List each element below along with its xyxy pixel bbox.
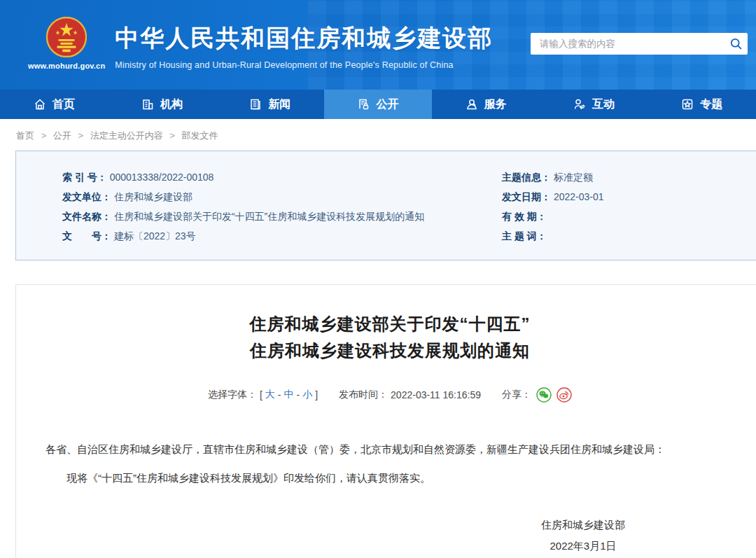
site-header: www.mohurd.gov.cn 中华人民共和国住房和城乡建设部 Minist… bbox=[0, 0, 756, 90]
font-size-small-button[interactable]: 小 bbox=[302, 389, 312, 401]
info-row-validity-period: 有 效 期： bbox=[502, 209, 756, 224]
font-size-selector: 选择字体： [ 大 - 中 - 小 ] bbox=[208, 389, 318, 401]
breadcrumb-disclosure[interactable]: 公开 bbox=[53, 130, 71, 141]
signature-block: 住房和城乡建设部 2022年3月1日 bbox=[506, 515, 660, 557]
info-row-keywords: 主 题 词： bbox=[502, 229, 756, 244]
nav-tab-label: 新闻 bbox=[268, 97, 290, 112]
publish-time-label: 发布时间： bbox=[339, 389, 388, 401]
article-content-box: 住房和城乡建设部关于印发“十四五” 住房和城乡建设科技发展规划的通知 选择字体：… bbox=[15, 284, 756, 558]
article-meta-row: 选择字体： [ 大 - 中 - 小 ] 发布时间： 2022-03-11 16:… bbox=[16, 387, 756, 403]
breadcrumb: 首页 > 公开 > 法定主动公开内容 > 部发文件 bbox=[0, 119, 756, 151]
info-row-issuing-unit: 发文单位： 住房和城乡建设部 bbox=[62, 190, 484, 204]
nav-tab-interaction[interactable]: 互动 bbox=[540, 90, 648, 119]
search-icon bbox=[730, 38, 742, 50]
news-icon bbox=[249, 98, 262, 111]
nav-tab-label: 互动 bbox=[592, 97, 615, 112]
breadcrumb-separator: > bbox=[169, 130, 175, 141]
nav-tab-label: 服务 bbox=[484, 97, 507, 112]
document-info-panel: 索 引 号： 000013338/2022-00108 发文单位： 住房和城乡建… bbox=[15, 151, 756, 260]
interaction-icon bbox=[573, 98, 586, 111]
info-label: 发文单位： bbox=[62, 191, 111, 202]
nav-tab-label: 专题 bbox=[700, 97, 722, 112]
info-value: 2022-03-01 bbox=[554, 191, 604, 202]
nav-tab-label: 机构 bbox=[160, 97, 183, 112]
search-button[interactable] bbox=[724, 33, 748, 55]
font-size-separator: - bbox=[297, 389, 300, 400]
organization-icon bbox=[141, 98, 154, 111]
site-title-english: Ministry of Housing and Urban-Rural Deve… bbox=[115, 60, 493, 70]
font-size-separator: - bbox=[278, 389, 281, 400]
info-label: 主题信息： bbox=[502, 172, 551, 183]
breadcrumb-statutory-content[interactable]: 法定主动公开内容 bbox=[90, 130, 163, 141]
info-label: 索 引 号： bbox=[62, 172, 107, 183]
article-body: 各省、自治区住房和城乡建设厅，直辖市住房和城乡建设（管）委，北京市规划和自然资源… bbox=[16, 441, 756, 487]
breadcrumb-separator: > bbox=[78, 130, 83, 141]
search-box bbox=[531, 33, 748, 55]
nav-tab-disclosure[interactable]: 公开 bbox=[324, 90, 432, 119]
info-label: 文件名称： bbox=[62, 211, 111, 222]
weibo-icon bbox=[556, 387, 572, 403]
info-value: 000013338/2022-00108 bbox=[110, 172, 214, 183]
publish-time-value: 2022-03-11 16:16:59 bbox=[391, 389, 481, 400]
info-value: 标准定额 bbox=[554, 172, 593, 183]
article-title: 住房和城乡建设部关于印发“十四五” 住房和城乡建设科技发展规划的通知 bbox=[16, 311, 756, 364]
breadcrumb-home[interactable]: 首页 bbox=[16, 130, 34, 141]
home-icon bbox=[34, 98, 46, 111]
share-group: 分享： bbox=[502, 387, 572, 403]
breadcrumb-separator: > bbox=[41, 130, 47, 141]
topics-icon bbox=[681, 98, 694, 111]
search-input[interactable] bbox=[531, 39, 724, 49]
info-label: 有 效 期： bbox=[502, 211, 547, 222]
info-label: 发文日期： bbox=[502, 191, 551, 202]
nav-tab-label: 首页 bbox=[52, 97, 75, 112]
signature-date: 2022年3月1日 bbox=[506, 536, 660, 557]
national-emblem-icon bbox=[46, 17, 87, 57]
weibo-share-button[interactable] bbox=[556, 387, 572, 403]
wechat-icon bbox=[536, 387, 552, 403]
info-row-subject-info: 主题信息： 标准定额 bbox=[502, 170, 756, 185]
font-size-label: 选择字体： bbox=[208, 389, 257, 401]
nav-tab-organization[interactable]: 机构 bbox=[108, 90, 216, 119]
nav-tab-topics[interactable]: 专题 bbox=[648, 90, 756, 119]
font-size-bracket-close: ] bbox=[315, 389, 318, 400]
nav-tab-news[interactable]: 新闻 bbox=[216, 90, 324, 119]
info-row-index-number: 索 引 号： 000013338/2022-00108 bbox=[62, 170, 484, 185]
wechat-share-button[interactable] bbox=[536, 387, 552, 403]
nav-tab-services[interactable]: 服务 bbox=[432, 90, 540, 119]
font-size-medium-button[interactable]: 中 bbox=[284, 389, 294, 401]
info-row-document-title: 文件名称： 住房和城乡建设部关于印发“十四五”住房和城乡建设科技发展规划的通知 bbox=[62, 209, 484, 224]
signature-org: 住房和城乡建设部 bbox=[506, 515, 660, 536]
article-paragraph: 各省、自治区住房和城乡建设厅，直辖市住房和城乡建设（管）委，北京市规划和自然资源… bbox=[46, 441, 734, 458]
font-size-large-button[interactable]: 大 bbox=[265, 389, 275, 401]
info-value: 建标〔2022〕23号 bbox=[114, 230, 196, 242]
service-icon bbox=[465, 98, 478, 111]
site-brand: www.mohurd.gov.cn 中华人民共和国住房和城乡建设部 Minist… bbox=[28, 17, 493, 70]
article-title-line1: 住房和城乡建设部关于印发“十四五” bbox=[16, 311, 756, 337]
nav-tab-home[interactable]: 首页 bbox=[0, 90, 108, 119]
disclosure-icon bbox=[357, 98, 370, 111]
nav-tab-label: 公开 bbox=[376, 97, 398, 112]
info-row-document-number: 文 号： 建标〔2022〕23号 bbox=[62, 229, 484, 244]
main-nav: 首页 机构 新闻 公开 服务 bbox=[0, 90, 756, 119]
publish-time: 发布时间： 2022-03-11 16:16:59 bbox=[339, 389, 481, 401]
font-size-bracket-open: [ bbox=[260, 389, 262, 400]
share-label: 分享： bbox=[502, 389, 531, 401]
info-value: 住房和城乡建设部关于印发“十四五”住房和城乡建设科技发展规划的通知 bbox=[114, 211, 424, 222]
site-title: 中华人民共和国住房和城乡建设部 bbox=[115, 22, 493, 55]
info-value: 住房和城乡建设部 bbox=[114, 191, 192, 202]
article-title-line2: 住房和城乡建设科技发展规划的通知 bbox=[16, 337, 756, 364]
article-paragraph: 现将《“十四五”住房和城乡建设科技发展规划》印发给你们，请认真贯彻落实。 bbox=[46, 470, 734, 487]
info-label: 主 题 词： bbox=[502, 230, 547, 242]
site-url: www.mohurd.gov.cn bbox=[28, 62, 105, 70]
info-row-issue-date: 发文日期： 2022-03-01 bbox=[502, 190, 756, 204]
info-label: 文 号： bbox=[62, 230, 111, 242]
breadcrumb-ministry-documents[interactable]: 部发文件 bbox=[182, 130, 218, 141]
